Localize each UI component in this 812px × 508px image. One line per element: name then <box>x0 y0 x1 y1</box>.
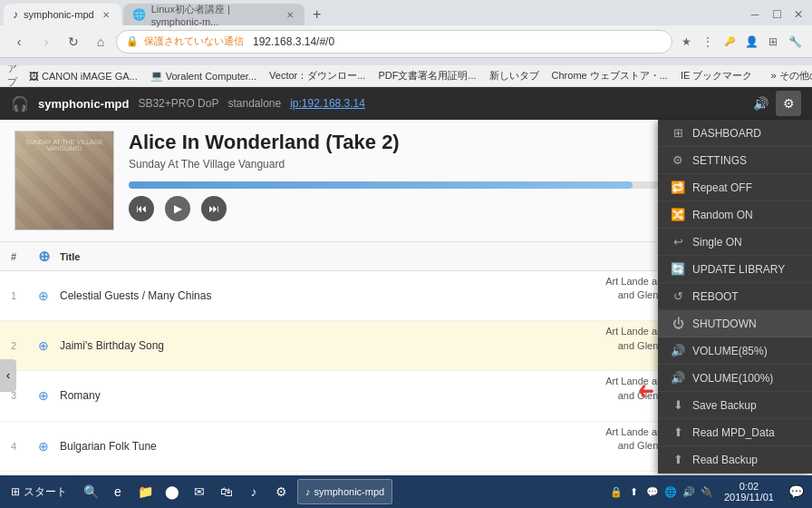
taskbar-app-label: symphonic-mpd <box>314 486 385 497</box>
taskbar-icon-ie[interactable]: e <box>105 479 130 504</box>
menu-icon-single: ↩ <box>671 235 685 249</box>
nav-extra-3[interactable]: 👤 <box>741 32 761 52</box>
menu-label-settings: SETTINGS <box>692 154 747 167</box>
taskbar-app-icon: ♪ <box>305 486 311 497</box>
bookmark-voralent[interactable]: 💻 Voralent Computer... <box>147 68 260 83</box>
bookmark-more[interactable]: » その他のブックマーク <box>767 67 812 84</box>
menu-icon-vol85: 🔊 <box>671 344 685 357</box>
track-add-2[interactable]: ⊕ <box>38 338 60 353</box>
taskbar-sys-icons: 🔒 ⬆ 💬 🌐 🔊 🔌 <box>608 484 715 500</box>
menu-item-update[interactable]: 🔄 UPDATE LIBRARY <box>658 256 812 283</box>
prev-button[interactable]: ⏮ <box>129 196 154 221</box>
bookmark-favicon: 🖼 <box>29 71 39 82</box>
track-title-1: Celestial Guests / Many Chinas <box>60 289 566 302</box>
taskbar-icon-music[interactable]: ♪ <box>241 479 266 504</box>
menu-icon-read_backup: ⬆ <box>671 453 685 466</box>
taskbar-app-symphonic[interactable]: ♪ symphonic-mpd <box>297 479 392 504</box>
play-button[interactable]: ▶ <box>165 196 190 221</box>
tab-symphonic-mpd[interactable]: ♪ symphonic-mpd ✕ <box>4 4 121 25</box>
menu-icon-read_mpd: ⬆ <box>671 425 685 439</box>
bookmark-chrome[interactable]: Chrome ウェブストア・... <box>548 67 672 84</box>
maximize-button[interactable]: ☐ <box>767 5 787 24</box>
menu-label-save_backup: Save Backup <box>692 399 757 412</box>
menu-item-vol100[interactable]: 🔊 VOLUME(100%) <box>658 365 812 392</box>
menu-icon-shutdown: ⏻ <box>671 317 685 330</box>
start-button[interactable]: ⊞ スタート <box>4 479 74 504</box>
taskbar-icon-search[interactable]: 🔍 <box>78 479 103 504</box>
col-num: # <box>11 251 38 262</box>
taskbar-icon-store[interactable]: 🛍 <box>214 479 239 504</box>
taskbar-notification[interactable]: 💬 <box>783 479 808 504</box>
app-ip-link[interactable]: ip:192.168.3.14 <box>290 97 365 110</box>
tab-favicon-2: 🌐 <box>132 8 146 21</box>
taskbar-sys-4[interactable]: 🌐 <box>662 484 679 500</box>
taskbar-icon-settings[interactable]: ⚙ <box>268 479 294 504</box>
bookmarks-label: 🔖 アプリ <box>7 65 20 87</box>
tab-linux[interactable]: 🌐 Linux初心者講座 | symphonic-m... ✕ <box>123 4 304 25</box>
menu-item-read_mpd[interactable]: ⬆ Read MPD_Data <box>658 419 812 446</box>
start-icon: ⊞ <box>11 485 20 498</box>
nav-extra-2[interactable]: 🔑 <box>720 32 740 52</box>
new-tab-button[interactable]: + <box>306 4 328 25</box>
menu-icon-vol100: 🔊 <box>671 371 685 385</box>
nav-extra-5[interactable]: 🔧 <box>785 32 805 52</box>
taskbar-icon-chrome[interactable]: ⬤ <box>160 479 185 504</box>
taskbar-date: 2019/11/01 <box>724 492 774 503</box>
tab-label-1: symphonic-mpd <box>24 9 94 20</box>
tab-close-2[interactable]: ✕ <box>285 8 295 21</box>
menu-item-single[interactable]: ↩ Single ON <box>658 229 812 256</box>
track-add-1[interactable]: ⊕ <box>38 288 60 303</box>
menu-item-read_backup[interactable]: ⬆ Read Backup <box>658 446 812 474</box>
menu-item-save_backup[interactable]: ⬇ Save Backup <box>658 392 812 419</box>
menu-label-random: Random ON <box>692 209 753 221</box>
nav-extra-4[interactable]: ⊞ <box>763 32 783 52</box>
collapse-arrow[interactable]: ‹ <box>0 359 16 392</box>
taskbar-clock: 0:02 <box>724 481 774 492</box>
taskbar-sys-2[interactable]: ⬆ <box>626 484 643 500</box>
forward-button[interactable]: › <box>34 30 58 54</box>
bookmark-ie[interactable]: IE ブックマーク <box>677 67 756 84</box>
nav-extra-1[interactable]: ⋮ <box>698 32 718 52</box>
dropdown-menu: ⊞ DASHBOARD ⚙ SETTINGS 🔁 Repeat OFF 🔀 Ra… <box>658 120 812 474</box>
bookmark-pdf[interactable]: PDF文書署名用証明... <box>374 67 479 84</box>
menu-item-repeat[interactable]: 🔁 Repeat OFF <box>658 174 812 201</box>
track-add-4[interactable]: ⊕ <box>38 439 60 454</box>
address-bar[interactable]: 🔒 保護されていない通信 192.168.3.14/#/0 <box>116 30 672 54</box>
menu-label-vol100: VOLUME(100%) <box>692 372 773 385</box>
tab-close-1[interactable]: ✕ <box>100 8 112 21</box>
taskbar-icon-mail[interactable]: ✉ <box>187 479 212 504</box>
taskbar-sys-1[interactable]: 🔒 <box>608 484 624 500</box>
settings-gear-button[interactable]: ⚙ <box>776 91 801 116</box>
taskbar-sys-5[interactable]: 🔊 <box>681 484 697 500</box>
add-all-icon[interactable]: ⊕ <box>38 249 50 264</box>
menu-label-read_mpd: Read MPD_Data <box>692 426 775 439</box>
album-art: SUNDAY AT THE VILLAGEVANGUARD <box>14 131 114 230</box>
menu-label-read_backup: Read Backup <box>692 454 758 466</box>
tab-bar: ♪ symphonic-mpd ✕ 🌐 Linux初心者講座 | symphon… <box>0 0 812 25</box>
minimize-button[interactable]: ─ <box>745 5 765 24</box>
bookmark-vector[interactable]: Vector：ダウンロー... <box>266 67 369 84</box>
taskbar-quick-icons: 🔍 e 📁 ⬤ ✉ 🛍 ♪ ⚙ <box>78 479 294 504</box>
bookmark-canon[interactable]: 🖼 CANON iMAGE GA... <box>25 69 141 83</box>
menu-item-dashboard[interactable]: ⊞ DASHBOARD <box>658 120 812 147</box>
menu-item-settings[interactable]: ⚙ SETTINGS <box>658 147 812 174</box>
menu-item-vol85[interactable]: 🔊 VOLUME(85%) <box>658 337 812 365</box>
bookmark-star[interactable]: ★ <box>676 32 696 52</box>
home-button[interactable]: ⌂ <box>89 30 112 54</box>
reload-button[interactable]: ↻ <box>62 30 85 54</box>
menu-item-shutdown[interactable]: ⏻ SHUTDOWN <box>658 310 812 337</box>
menu-item-reboot[interactable]: ↺ REBOOT <box>658 283 812 310</box>
bookmark-newtab[interactable]: 新しいタブ <box>486 67 543 84</box>
close-button[interactable]: ✕ <box>788 5 808 24</box>
track-add-3[interactable]: ⊕ <box>38 388 60 403</box>
taskbar-sys-3[interactable]: 💬 <box>644 484 661 500</box>
taskbar-icon-folder[interactable]: 📁 <box>132 479 158 504</box>
menu-icon-dashboard: ⊞ <box>671 126 685 140</box>
track-album: Sunday At The Village Vanguard <box>129 158 285 171</box>
menu-item-random[interactable]: 🔀 Random ON <box>658 201 812 229</box>
volume-header-icon[interactable]: 🔊 <box>753 96 768 111</box>
next-button[interactable]: ⏭ <box>201 196 227 221</box>
track-title-4: Bulgarian Folk Tune <box>60 440 566 453</box>
back-button[interactable]: ‹ <box>7 30 31 54</box>
taskbar-sys-6[interactable]: 🔌 <box>699 484 715 500</box>
